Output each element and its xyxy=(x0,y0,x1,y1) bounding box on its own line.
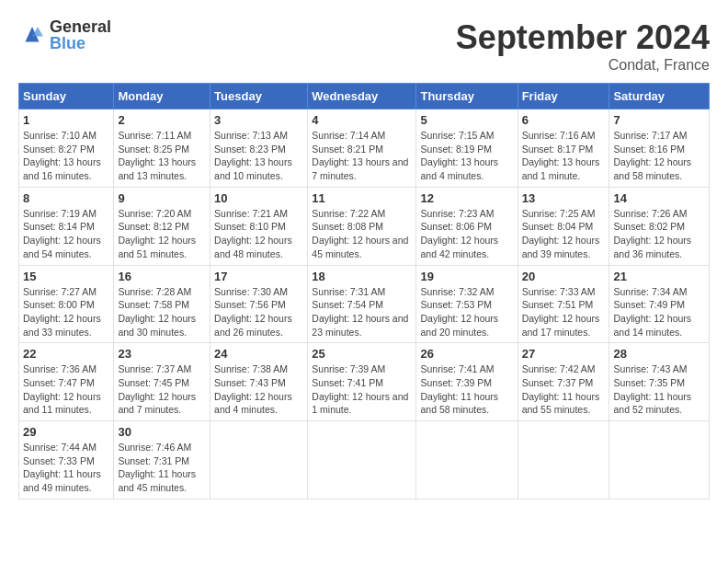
calendar-week-row: 1 Sunrise: 7:10 AM Sunset: 8:27 PM Dayli… xyxy=(19,109,710,188)
day-detail: Sunrise: 7:31 AM Sunset: 7:54 PM Dayligh… xyxy=(312,285,412,339)
table-cell: 29 Sunrise: 7:44 AM Sunset: 7:33 PM Dayl… xyxy=(19,421,114,500)
day-detail: Sunrise: 7:38 AM Sunset: 7:43 PM Dayligh… xyxy=(214,362,303,417)
daylight-text: Daylight: 12 hours and 23 minutes. xyxy=(312,313,408,338)
day-detail: Sunrise: 7:20 AM Sunset: 8:12 PM Dayligh… xyxy=(118,207,206,261)
daylight-text: Daylight: 12 hours and 11 minutes. xyxy=(23,391,101,416)
day-detail: Sunrise: 7:22 AM Sunset: 8:08 PM Dayligh… xyxy=(312,207,412,261)
table-cell: 18 Sunrise: 7:31 AM Sunset: 7:54 PM Dayl… xyxy=(308,265,416,343)
table-cell: 10 Sunrise: 7:21 AM Sunset: 8:10 PM Dayl… xyxy=(210,187,308,265)
col-friday: Friday xyxy=(518,84,609,109)
sunset-text: Sunset: 7:54 PM xyxy=(312,299,383,310)
sunset-text: Sunset: 7:53 PM xyxy=(420,299,492,310)
sunrise-text: Sunrise: 7:41 AM xyxy=(420,363,494,374)
sunrise-text: Sunrise: 7:15 AM xyxy=(420,130,494,141)
day-number: 13 xyxy=(522,191,606,205)
table-cell: 25 Sunrise: 7:39 AM Sunset: 7:41 PM Dayl… xyxy=(308,343,416,421)
day-number: 1 xyxy=(23,113,109,127)
sunrise-text: Sunrise: 7:26 AM xyxy=(613,208,687,219)
sunset-text: Sunset: 7:47 PM xyxy=(23,377,95,388)
day-number: 19 xyxy=(420,270,513,283)
day-detail: Sunrise: 7:26 AM Sunset: 8:02 PM Dayligh… xyxy=(613,207,705,261)
table-cell: 27 Sunrise: 7:42 AM Sunset: 7:37 PM Dayl… xyxy=(518,343,609,421)
sunrise-text: Sunrise: 7:21 AM xyxy=(214,208,288,219)
daylight-text: Daylight: 12 hours and 17 minutes. xyxy=(522,313,600,338)
table-cell: 28 Sunrise: 7:43 AM Sunset: 7:35 PM Dayl… xyxy=(609,343,710,421)
daylight-text: Daylight: 12 hours and 36 minutes. xyxy=(613,235,691,259)
sunrise-text: Sunrise: 7:44 AM xyxy=(23,442,97,453)
day-number: 21 xyxy=(613,270,705,283)
daylight-text: Daylight: 12 hours and 4 minutes. xyxy=(214,391,292,416)
day-detail: Sunrise: 7:30 AM Sunset: 7:56 PM Dayligh… xyxy=(214,285,303,339)
daylight-text: Daylight: 11 hours and 49 minutes. xyxy=(23,468,101,493)
daylight-text: Daylight: 13 hours and 10 minutes. xyxy=(214,156,292,181)
sunset-text: Sunset: 7:37 PM xyxy=(522,377,594,388)
daylight-text: Daylight: 12 hours and 7 minutes. xyxy=(118,391,196,416)
day-number: 20 xyxy=(522,270,606,283)
day-number: 8 xyxy=(23,191,109,205)
daylight-text: Daylight: 11 hours and 58 minutes. xyxy=(420,391,498,416)
table-cell: 2 Sunrise: 7:11 AM Sunset: 8:25 PM Dayli… xyxy=(114,109,210,188)
sunset-text: Sunset: 8:08 PM xyxy=(312,221,383,232)
table-cell: 13 Sunrise: 7:25 AM Sunset: 8:04 PM Dayl… xyxy=(518,187,609,265)
sunset-text: Sunset: 8:23 PM xyxy=(214,144,286,155)
day-detail: Sunrise: 7:14 AM Sunset: 8:21 PM Dayligh… xyxy=(312,129,412,183)
sunset-text: Sunset: 7:31 PM xyxy=(118,455,189,466)
daylight-text: Daylight: 11 hours and 55 minutes. xyxy=(522,391,600,416)
table-cell: 17 Sunrise: 7:30 AM Sunset: 7:56 PM Dayl… xyxy=(210,265,308,343)
sunset-text: Sunset: 8:16 PM xyxy=(613,144,685,155)
col-thursday: Thursday xyxy=(416,84,518,109)
table-cell: 24 Sunrise: 7:38 AM Sunset: 7:43 PM Dayl… xyxy=(210,343,308,421)
daylight-text: Daylight: 12 hours and 48 minutes. xyxy=(214,235,292,259)
table-cell: 21 Sunrise: 7:34 AM Sunset: 7:49 PM Dayl… xyxy=(609,265,710,343)
day-detail: Sunrise: 7:37 AM Sunset: 7:45 PM Dayligh… xyxy=(118,362,206,417)
sunset-text: Sunset: 7:56 PM xyxy=(214,299,286,310)
table-cell xyxy=(416,421,518,500)
sunset-text: Sunset: 7:41 PM xyxy=(312,377,383,388)
day-number: 11 xyxy=(312,191,412,205)
table-cell xyxy=(210,421,308,500)
table-cell: 14 Sunrise: 7:26 AM Sunset: 8:02 PM Dayl… xyxy=(609,187,710,265)
table-cell: 15 Sunrise: 7:27 AM Sunset: 8:00 PM Dayl… xyxy=(19,265,114,343)
daylight-text: Daylight: 13 hours and 1 minute. xyxy=(522,156,600,181)
day-detail: Sunrise: 7:44 AM Sunset: 7:33 PM Dayligh… xyxy=(23,441,109,495)
calendar-week-row: 22 Sunrise: 7:36 AM Sunset: 7:47 PM Dayl… xyxy=(19,343,710,421)
sunrise-text: Sunrise: 7:19 AM xyxy=(23,208,97,219)
sunrise-text: Sunrise: 7:10 AM xyxy=(23,130,97,141)
day-detail: Sunrise: 7:32 AM Sunset: 7:53 PM Dayligh… xyxy=(420,285,513,339)
sunrise-text: Sunrise: 7:20 AM xyxy=(118,208,191,219)
sunset-text: Sunset: 8:10 PM xyxy=(214,221,286,232)
day-number: 6 xyxy=(522,113,606,127)
sunrise-text: Sunrise: 7:34 AM xyxy=(613,286,687,297)
day-detail: Sunrise: 7:42 AM Sunset: 7:37 PM Dayligh… xyxy=(522,362,606,417)
col-tuesday: Tuesday xyxy=(210,84,308,109)
sunset-text: Sunset: 7:33 PM xyxy=(23,455,95,466)
calendar-header-row: Sunday Monday Tuesday Wednesday Thursday… xyxy=(19,84,710,109)
day-number: 10 xyxy=(214,191,303,205)
day-detail: Sunrise: 7:23 AM Sunset: 8:06 PM Dayligh… xyxy=(420,207,513,261)
sunrise-text: Sunrise: 7:30 AM xyxy=(214,286,288,297)
sunrise-text: Sunrise: 7:43 AM xyxy=(613,363,687,374)
logo-icon xyxy=(18,21,46,49)
day-number: 16 xyxy=(118,270,206,283)
sunset-text: Sunset: 7:39 PM xyxy=(420,377,492,388)
daylight-text: Daylight: 13 hours and 13 minutes. xyxy=(118,156,196,181)
sunrise-text: Sunrise: 7:22 AM xyxy=(312,208,385,219)
table-cell: 4 Sunrise: 7:14 AM Sunset: 8:21 PM Dayli… xyxy=(308,109,416,188)
day-number: 2 xyxy=(118,113,206,127)
day-number: 22 xyxy=(23,347,109,361)
logo-text: General Blue xyxy=(50,18,111,52)
day-number: 24 xyxy=(214,347,303,361)
logo-general-text: General xyxy=(50,18,111,35)
sunrise-text: Sunrise: 7:39 AM xyxy=(312,363,385,374)
daylight-text: Daylight: 12 hours and 30 minutes. xyxy=(118,313,196,338)
daylight-text: Daylight: 12 hours and 33 minutes. xyxy=(23,313,101,338)
table-cell: 12 Sunrise: 7:23 AM Sunset: 8:06 PM Dayl… xyxy=(416,187,518,265)
sunset-text: Sunset: 8:21 PM xyxy=(312,144,383,155)
sunset-text: Sunset: 7:35 PM xyxy=(613,377,685,388)
day-number: 27 xyxy=(522,347,606,361)
day-number: 23 xyxy=(118,347,206,361)
table-cell: 30 Sunrise: 7:46 AM Sunset: 7:31 PM Dayl… xyxy=(114,421,210,500)
day-detail: Sunrise: 7:41 AM Sunset: 7:39 PM Dayligh… xyxy=(420,362,513,417)
sunrise-text: Sunrise: 7:33 AM xyxy=(522,286,596,297)
calendar-week-row: 29 Sunrise: 7:44 AM Sunset: 7:33 PM Dayl… xyxy=(19,421,710,500)
